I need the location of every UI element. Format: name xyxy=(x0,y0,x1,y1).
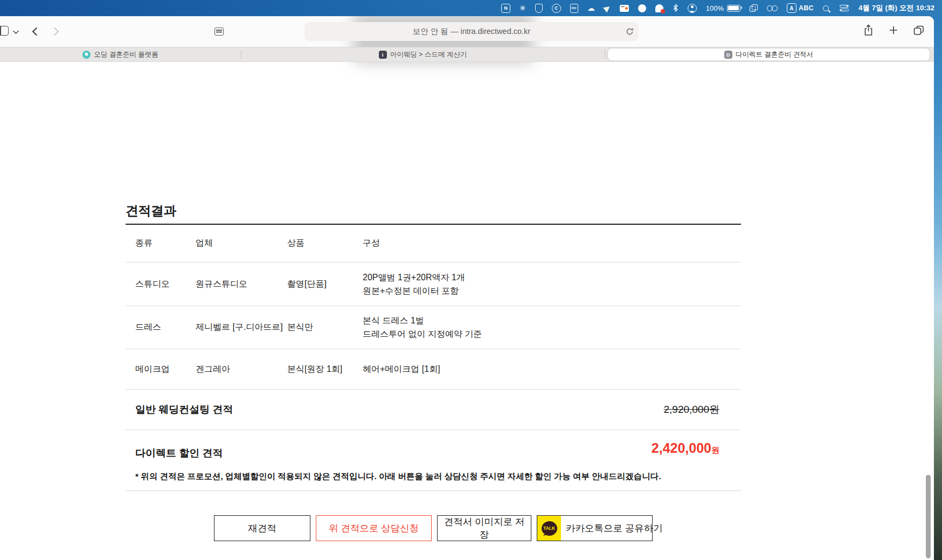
browser-toolbar: 보안 안 됨 — intra.directwed.co.kr xyxy=(0,16,934,47)
pdf-icon[interactable]: PDF xyxy=(570,4,578,13)
bluetooth-icon[interactable] xyxy=(673,3,678,13)
cell-type: 메이크업 xyxy=(135,364,196,375)
save-image-button[interactable]: 견적서 이미지로 저장 xyxy=(437,515,531,541)
wallet-icon[interactable] xyxy=(620,5,629,12)
handoff-icon[interactable] xyxy=(767,5,778,11)
cell-composition: 본식 드레스 1벌 드레스투어 없이 지정예약 기준 xyxy=(363,315,741,340)
chevron-down-icon[interactable] xyxy=(13,28,19,34)
table-header-row: 종류 업체 상품 구성 xyxy=(126,225,741,262)
menu-bar: N ✳ C PDF ☁ 100% A ABC 4월 7일 (화) 오전 10:3… xyxy=(0,0,942,16)
col-header-type: 종류 xyxy=(135,238,196,249)
windows-icon[interactable] xyxy=(750,4,758,12)
input-source-switcher[interactable]: A ABC xyxy=(787,3,814,13)
summary-row-discount: 다이렉트 할인 견적 2,420,000원 * 위의 견적은 프로모션, 업체별… xyxy=(126,430,741,491)
paper-plane-icon[interactable] xyxy=(603,4,612,12)
tab-label: 다이렉트 결혼준비 견적서 xyxy=(736,50,813,59)
col-header-composition: 구성 xyxy=(363,238,741,249)
discount-quote-label: 다이렉트 할인 견적 xyxy=(135,446,223,460)
page-title: 견적결과 xyxy=(126,202,176,219)
spotlight-search-icon[interactable] xyxy=(823,5,829,11)
cell-product: 촬영[단품] xyxy=(287,279,363,290)
battery-percent: 100% xyxy=(706,3,724,13)
safari-window: 보안 안 됨 — intra.directwed.co.kr xyxy=(0,16,934,560)
action-buttons: 재견적 위 견적으로 상담신청 견적서 이미지로 저장 TALK 카카오톡으로 … xyxy=(126,515,741,541)
cell-product: 본식만 xyxy=(287,322,363,333)
table-row: 드레스 제니벨르 [구.디아뜨르] 본식만 본식 드레스 1벌 드레스투어 없이… xyxy=(126,306,741,349)
oding-favicon xyxy=(82,51,91,59)
user-icon[interactable] xyxy=(688,4,697,13)
col-header-vendor: 업체 xyxy=(196,238,287,249)
sidebar-toggle-icon[interactable] xyxy=(0,26,9,36)
tab-oding-platform[interactable]: 오딩 결혼준비 플랫폼 xyxy=(0,47,241,61)
cell-product: 본식[원장 1회] xyxy=(287,364,363,375)
quote-disclaimer: * 위의 견적은 프로모션, 업체별할인이 적용되지 않은 견적입니다. 아래 … xyxy=(135,471,661,482)
kakao-share-button[interactable]: TALK 카카오톡으로 공유하기 xyxy=(537,515,653,541)
new-tab-icon[interactable] xyxy=(889,25,898,35)
consult-request-button[interactable]: 위 견적으로 상담신청 xyxy=(316,515,432,541)
toolbar-right-actions xyxy=(863,24,924,36)
requote-button[interactable]: 재견적 xyxy=(214,515,310,541)
tab-bar: 오딩 결혼준비 플랫폼 i 아이웨딩 > 스드메 계산기 D 다이렉트 결혼준비… xyxy=(0,47,934,62)
burst-icon[interactable]: ✳ xyxy=(520,3,526,13)
reader-view-icon[interactable] xyxy=(214,27,224,36)
share-icon[interactable] xyxy=(863,24,874,36)
cloud-sync-icon[interactable]: ☁ xyxy=(587,3,595,13)
cell-type: 스튜디오 xyxy=(135,279,196,290)
scrollbar-thumb[interactable] xyxy=(926,475,931,558)
tab-overview-icon[interactable] xyxy=(913,25,924,36)
forward-button[interactable] xyxy=(51,27,59,36)
battery-icon[interactable] xyxy=(727,5,740,12)
back-button[interactable] xyxy=(32,27,41,36)
tab-iwedding-calculator[interactable]: i 아이웨딩 > 스드메 계산기 xyxy=(241,47,604,61)
tab-label: 오딩 결혼준비 플랫폼 xyxy=(94,50,158,59)
table-row: 스튜디오 원규스튜디오 촬영[단품] 20P앨범 1권+20R액자 1개 원본+… xyxy=(126,262,741,306)
address-bar-url: 보안 안 됨 — intra.directwed.co.kr xyxy=(413,26,530,37)
control-center-icon[interactable] xyxy=(840,5,849,12)
reload-icon[interactable] xyxy=(626,27,634,37)
cell-vendor: 원규스튜디오 xyxy=(196,279,287,290)
cell-vendor: 제니벨르 [구.디아뜨르] xyxy=(196,322,287,333)
shield-icon[interactable] xyxy=(535,4,543,13)
address-bar[interactable]: 보안 안 됨 — intra.directwed.co.kr xyxy=(304,22,639,41)
iwedding-favicon: i xyxy=(379,51,387,59)
app-blob-icon[interactable] xyxy=(638,4,646,12)
normal-quote-price: 2,920,000원 xyxy=(663,403,719,417)
table-row: 메이크업 겐그레아 본식[원장 1회] 헤어+메이크업 [1회] xyxy=(126,349,741,390)
input-letter-icon: A xyxy=(787,3,796,13)
cell-type: 드레스 xyxy=(135,322,196,333)
tab-label: 아이웨딩 > 스드메 계산기 xyxy=(390,50,467,59)
col-header-product: 상품 xyxy=(287,238,363,249)
quote-table: 종류 업체 상품 구성 스튜디오 원규스튜디오 촬영[단품] 20P앨범 1권+… xyxy=(126,224,741,491)
c-circle-icon[interactable]: C xyxy=(552,4,561,13)
tab-direct-quote-active[interactable]: D 다이렉트 결혼준비 견적서 xyxy=(608,49,930,60)
chat-badge-icon[interactable] xyxy=(655,4,663,12)
discount-quote-price: 2,420,000원 xyxy=(652,440,719,456)
input-source-label: ABC xyxy=(799,4,814,12)
kakaotalk-icon: TALK xyxy=(537,516,561,541)
summary-row-normal: 일반 웨딩컨설팅 견적 2,920,000원 xyxy=(126,390,741,430)
tab-divider xyxy=(605,50,605,59)
normal-quote-label: 일반 웨딩컨설팅 견적 xyxy=(135,403,233,417)
notion-icon[interactable]: N xyxy=(501,4,510,13)
cell-vendor: 겐그레아 xyxy=(196,364,287,375)
directwed-favicon: D xyxy=(724,51,732,59)
cell-composition: 20P앨범 1권+20R액자 1개 원본+수정본 데이터 포함 xyxy=(363,272,741,296)
cell-composition: 헤어+메이크업 [1회] xyxy=(363,363,741,375)
menu-bar-clock[interactable]: 4월 7일 (화) 오전 10:32 xyxy=(858,3,934,13)
